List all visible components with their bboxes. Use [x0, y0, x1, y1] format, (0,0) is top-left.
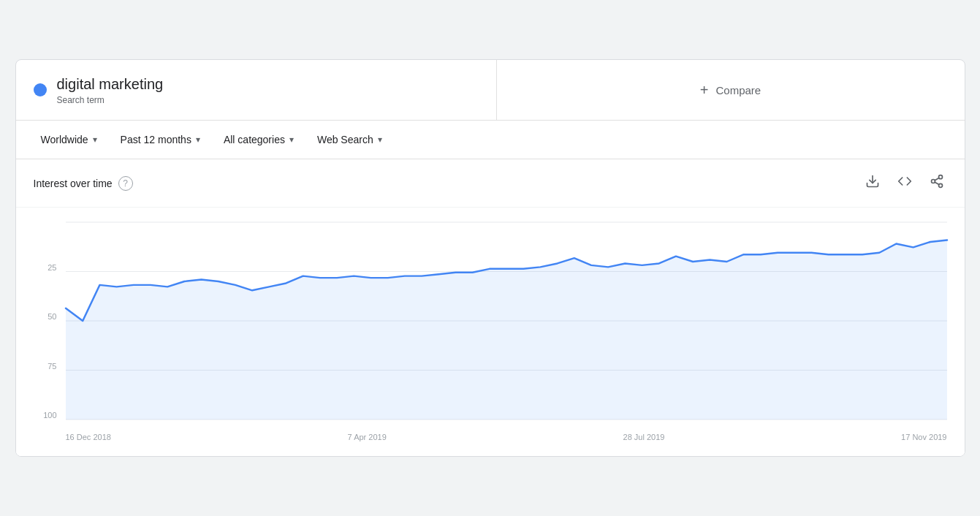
share-icon[interactable] — [927, 171, 947, 195]
chart-actions — [862, 171, 947, 195]
search-type-label: Web Search — [317, 134, 373, 145]
location-filter[interactable]: Worldwide ▾ — [34, 129, 105, 150]
x-label-nov2019: 17 Nov 2019 — [901, 433, 946, 441]
search-term-value: digital marketing — [57, 75, 164, 94]
compare-label: Compare — [715, 84, 761, 96]
filters-bar: Worldwide ▾ Past 12 months ▾ All categor… — [16, 121, 965, 159]
search-type-chevron-icon: ▾ — [378, 134, 382, 145]
x-axis-labels: 16 Dec 2018 7 Apr 2019 28 Jul 2019 17 No… — [66, 421, 947, 441]
time-range-filter[interactable]: Past 12 months ▾ — [113, 129, 208, 150]
categories-filter[interactable]: All categories ▾ — [216, 129, 301, 150]
header: digital marketing Search term + Compare — [16, 60, 965, 121]
line-chart-svg — [66, 222, 947, 420]
embed-icon[interactable] — [894, 171, 915, 195]
categories-chevron-icon: ▾ — [289, 134, 294, 145]
y-axis-labels: 100 75 50 25 — [34, 222, 63, 420]
search-term-section: digital marketing Search term — [16, 60, 497, 120]
search-term-indicator — [34, 83, 47, 96]
svg-line-4 — [935, 182, 939, 184]
x-label-apr2019: 7 Apr 2019 — [348, 433, 387, 441]
x-label-jul2019: 28 Jul 2019 — [623, 433, 665, 441]
plus-icon: + — [700, 82, 709, 99]
y-label-75: 75 — [34, 362, 63, 371]
time-range-chevron-icon: ▾ — [196, 134, 200, 145]
chart-section: Interest over time ? — [16, 159, 965, 456]
time-range-label: Past 12 months — [121, 134, 191, 145]
search-type-filter[interactable]: Web Search ▾ — [310, 129, 390, 150]
y-label-25: 25 — [34, 263, 63, 272]
y-label-100: 100 — [34, 411, 63, 420]
chart-title-area: Interest over time ? — [34, 176, 133, 191]
download-icon[interactable] — [862, 171, 883, 195]
location-chevron-icon: ▾ — [93, 134, 97, 145]
main-card: digital marketing Search term + Compare … — [15, 59, 965, 457]
svg-line-5 — [935, 178, 939, 180]
categories-label: All categories — [224, 134, 285, 145]
help-icon[interactable]: ? — [118, 176, 133, 191]
search-term-type: Search term — [57, 95, 164, 105]
chart-container: 100 75 50 25 — [16, 208, 965, 456]
chart-title: Interest over time — [34, 178, 113, 189]
search-term-info: digital marketing Search term — [57, 75, 164, 105]
location-label: Worldwide — [41, 134, 88, 145]
chart-area: 100 75 50 25 — [34, 222, 947, 441]
chart-header: Interest over time ? — [16, 159, 965, 208]
x-label-dec2018: 16 Dec 2018 — [66, 433, 111, 441]
compare-button[interactable]: + Compare — [497, 60, 965, 120]
chart-plot — [66, 222, 947, 420]
y-label-50: 50 — [34, 312, 63, 321]
